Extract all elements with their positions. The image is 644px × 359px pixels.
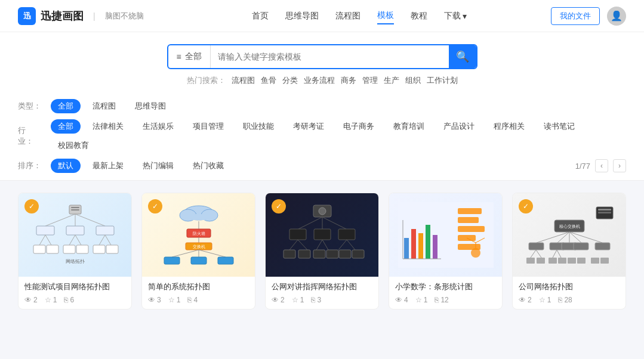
svg-rect-65 [411,229,416,259]
svg-rect-61 [458,226,485,232]
logo-slogan: 脑图不烧脑 [105,11,144,21]
industry-exam[interactable]: 考研考证 [286,119,331,134]
svg-rect-96 [549,258,557,264]
industry-legal[interactable]: 法律相关 [85,119,131,134]
view-stat-1: 👁 3 [148,296,161,304]
pagination-text: 1/77 [575,162,590,171]
view-icon-4: 👁 [519,296,526,304]
industry-entertainment[interactable]: 生活娱乐 [135,119,181,134]
industry-product[interactable]: 产品设计 [436,119,482,134]
sort-hot-edit[interactable]: 热门编辑 [135,159,181,173]
hot-tag-4[interactable]: 商务 [341,75,356,86]
edit-stat-3: ⎘ 12 [435,296,448,304]
my-files-button[interactable]: 我的文件 [551,7,600,25]
view-stat-2: 👁 2 [272,296,285,304]
card-2[interactable]: ✓ [265,193,379,310]
type-label: 类型： [18,101,41,112]
svg-rect-67 [426,225,430,259]
svg-line-11 [69,235,75,245]
svg-rect-101 [600,258,609,264]
svg-line-90 [531,250,536,258]
card-info-2: 公网对讲指挥网络拓扑图 👁 2 ☆ 1 ⎘ 3 [266,277,378,309]
nav-flowchart[interactable]: 流程图 [335,8,360,24]
view-icon-1: 👁 [148,296,155,304]
svg-line-81 [557,232,569,243]
industry-career[interactable]: 职业技能 [236,119,281,134]
hot-tag-3[interactable]: 业务流程 [304,75,335,86]
card-0[interactable]: ✓ [18,193,132,310]
menu-icon: ≡ [177,52,181,61]
edit-stat-1: ⎘ 4 [187,296,198,304]
hot-tag-1[interactable]: 鱼骨 [261,75,276,86]
star-stat-2: ☆ 1 [292,296,304,304]
hot-tag-0[interactable]: 流程图 [232,75,255,86]
industry-ecommerce[interactable]: 电子商务 [336,119,381,134]
nav-home[interactable]: 首页 [252,8,269,24]
svg-rect-68 [433,235,437,259]
industry-reading[interactable]: 读书笔记 [537,119,582,134]
hot-tag-6[interactable]: 生产 [384,75,399,86]
svg-line-10 [45,235,51,245]
svg-line-84 [569,232,602,243]
hot-tag-5[interactable]: 管理 [362,75,378,86]
cards-grid: ✓ [18,193,626,310]
diagram-svg-1: 防火墙 交换机 [151,202,246,268]
type-filter-flowchart[interactable]: 流程图 [85,99,123,113]
type-filter-mindmap[interactable]: 思维导图 [128,99,173,113]
industry-label: 行业： [18,125,41,147]
industry-education[interactable]: 教育培训 [386,119,432,134]
svg-line-93 [557,250,561,258]
hot-tag-8[interactable]: 工作计划 [427,75,458,86]
card-title-0: 性能测试项目网络拓扑图 [24,281,125,292]
star-stat-1: ☆ 1 [168,296,181,304]
svg-rect-20 [106,245,118,253]
svg-rect-57 [352,250,364,258]
star-stat-4: ☆ 1 [539,296,551,304]
nav-download[interactable]: 下载 ▾ [444,8,467,24]
search-button[interactable]: 🔍 [449,45,476,68]
nav-tutorial[interactable]: 教程 [411,8,427,24]
svg-rect-88 [574,243,588,250]
sort-newest[interactable]: 最新上架 [85,159,131,173]
card-3[interactable]: 小学数学：条形统计图 👁 4 ☆ 1 ⎘ 12 [389,193,503,310]
svg-rect-54 [313,250,325,258]
svg-text:网络拓扑: 网络拓扑 [66,259,85,264]
svg-rect-94 [526,258,535,264]
prev-page-button[interactable]: ‹ [595,159,608,172]
industry-filter-row: 行业： 全部 法律相关 生活娱乐 项目管理 职业技能 考研考证 电子商务 教育培… [18,119,626,153]
sort-default[interactable]: 默认 [51,159,81,173]
diagram-svg-2 [275,202,370,268]
svg-rect-77 [598,212,611,213]
edit-icon-3: ⎘ [435,296,439,304]
industry-pm[interactable]: 项目管理 [186,119,231,134]
card-4[interactable]: ✓ 核心交换机 [512,193,626,310]
logo-divider: | [93,11,95,21]
card-stats-3: 👁 4 ☆ 1 ⎘ 12 [395,296,496,304]
hot-tag-7[interactable]: 组织 [405,75,421,86]
sort-hot-collect[interactable]: 热门收藏 [186,159,231,173]
svg-rect-7 [66,226,84,235]
nav-template[interactable]: 模板 [377,8,394,24]
next-page-button[interactable]: › [613,159,626,172]
industry-filter-items: 全部 法律相关 生活娱乐 项目管理 职业技能 考研考证 电子商务 教育培训 产品… [51,119,626,153]
search-input[interactable] [211,45,449,68]
edit-icon-0: ⎘ [64,296,68,304]
svg-rect-55 [326,250,338,258]
type-filter-row: 类型： 全部 流程图 思维导图 [18,99,626,113]
diagram-svg-3 [398,202,494,268]
svg-rect-95 [537,258,545,264]
card-1[interactable]: ✓ 防火墙 交换机 [141,193,255,310]
nav-mindmap[interactable]: 思维导图 [285,8,319,24]
card-thumb-0: ✓ [19,193,131,277]
svg-rect-15 [33,245,45,253]
avatar[interactable]: 👤 [607,7,626,26]
industry-programming[interactable]: 程序相关 [486,119,532,134]
industry-all[interactable]: 全部 [51,119,81,134]
search-category-selector[interactable]: ≡ 全部 [168,45,211,68]
card-stats-4: 👁 2 ☆ 1 ⎘ 28 [519,296,620,304]
svg-line-91 [536,250,541,258]
star-stat-0: ☆ 1 [45,296,57,304]
hot-tag-2[interactable]: 分类 [282,75,298,86]
industry-campus[interactable]: 校园教育 [51,138,96,153]
type-filter-all[interactable]: 全部 [51,99,81,113]
